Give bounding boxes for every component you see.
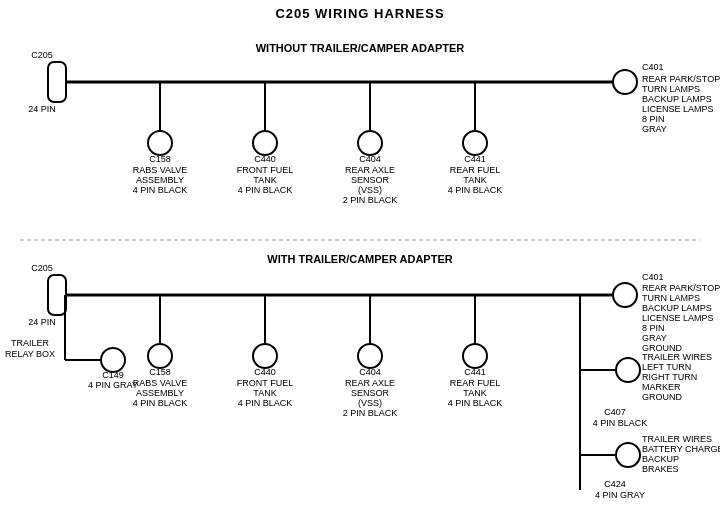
s2-c149-name: C149 xyxy=(102,370,124,380)
s1-c441-desc2: TANK xyxy=(463,175,486,185)
s2-trailer-relay-label: TRAILER xyxy=(11,338,50,348)
s1-c401-func2: TURN LAMPS xyxy=(642,84,700,94)
svg-point-17 xyxy=(613,283,637,307)
svg-point-22 xyxy=(616,443,640,467)
s2-c401-label: C401 xyxy=(642,272,664,282)
s2-c440-pins: 4 PIN BLACK xyxy=(238,398,293,408)
diagram-container: C205 WIRING HARNESS WITHOUT TRAILER/CAMP… xyxy=(0,0,720,517)
s1-c158-desc2: ASSEMBLY xyxy=(136,175,184,185)
s2-trailer-relay-label2: RELAY BOX xyxy=(5,349,55,359)
s2-c404-pins: 2 PIN BLACK xyxy=(343,408,398,418)
svg-point-20 xyxy=(616,358,640,382)
s2-c407-func2: LEFT TURN xyxy=(642,362,691,372)
s2-c441-name: C441 xyxy=(464,367,486,377)
wiring-diagram: WITHOUT TRAILER/CAMPER ADAPTER C205 24 P… xyxy=(0,0,720,517)
s2-c404-desc1: REAR AXLE xyxy=(345,378,395,388)
s2-c404-desc3: (VSS) xyxy=(358,398,382,408)
s1-c401-label: C401 xyxy=(642,62,664,72)
s2-c440-name: C440 xyxy=(254,367,276,377)
svg-rect-13 xyxy=(48,275,66,315)
s2-c407-pins: 4 PIN BLACK xyxy=(593,418,648,428)
s1-c205-pins: 24 PIN xyxy=(28,104,56,114)
s2-c404-name: C404 xyxy=(359,367,381,377)
s2-c401-func3: BACKUP LAMPS xyxy=(642,303,712,313)
s1-c401-func3: BACKUP LAMPS xyxy=(642,94,712,104)
s1-c404-desc2: SENSOR xyxy=(351,175,390,185)
s2-c407-func1: TRAILER WIRES xyxy=(642,352,712,362)
s2-c401-func4: LICENSE LAMPS xyxy=(642,313,714,323)
s2-c205-pins: 24 PIN xyxy=(28,317,56,327)
s1-c440-desc1: FRONT FUEL xyxy=(237,165,293,175)
svg-point-24 xyxy=(148,344,172,368)
section2-title: WITH TRAILER/CAMPER ADAPTER xyxy=(267,253,452,265)
s1-c404-pins: 2 PIN BLACK xyxy=(343,195,398,205)
svg-point-8 xyxy=(358,131,382,155)
s2-c407-func3: RIGHT TURN xyxy=(642,372,697,382)
svg-point-2 xyxy=(613,70,637,94)
svg-point-16 xyxy=(101,348,125,372)
s2-c441-desc1: REAR FUEL xyxy=(450,378,501,388)
s2-c158-desc1: RABS VALVE xyxy=(133,378,188,388)
s2-c401-func2: TURN LAMPS xyxy=(642,293,700,303)
s2-c424-func1: TRAILER WIRES xyxy=(642,434,712,444)
s2-c158-name: C158 xyxy=(149,367,171,377)
s1-c440-pins: 4 PIN BLACK xyxy=(238,185,293,195)
s1-c401-func4: LICENSE LAMPS xyxy=(642,104,714,114)
s2-c149-pins: 4 PIN GRAY xyxy=(88,380,138,390)
s1-c404-name: C404 xyxy=(359,154,381,164)
s1-c205-label: C205 xyxy=(31,50,53,60)
s1-c401-color: GRAY xyxy=(642,124,667,134)
s2-c424-pins: 4 PIN GRAY xyxy=(595,490,645,500)
section1-title: WITHOUT TRAILER/CAMPER ADAPTER xyxy=(256,42,465,54)
s2-c424-name: C424 xyxy=(604,479,626,489)
svg-point-6 xyxy=(253,131,277,155)
s1-c440-name: C440 xyxy=(254,154,276,164)
s2-c401-color: GRAY xyxy=(642,333,667,343)
s1-c401-pins: 8 PIN xyxy=(642,114,665,124)
svg-point-26 xyxy=(253,344,277,368)
s1-c441-desc1: REAR FUEL xyxy=(450,165,501,175)
s2-c401-pins: 8 PIN xyxy=(642,323,665,333)
s1-c158-name: C158 xyxy=(149,154,171,164)
s1-c401-func1: REAR PARK/STOP xyxy=(642,74,720,84)
s2-c440-desc2: TANK xyxy=(253,388,276,398)
s2-c158-desc2: ASSEMBLY xyxy=(136,388,184,398)
s2-c424-func3: BACKUP xyxy=(642,454,679,464)
s1-c158-pins: 4 PIN BLACK xyxy=(133,185,188,195)
svg-point-4 xyxy=(148,131,172,155)
s1-c441-pins: 4 PIN BLACK xyxy=(448,185,503,195)
svg-point-30 xyxy=(463,344,487,368)
svg-rect-1 xyxy=(48,62,66,102)
s2-c407-func5: GROUND xyxy=(642,392,682,402)
s2-c158-pins: 4 PIN BLACK xyxy=(133,398,188,408)
s2-c407-func4: MARKER xyxy=(642,382,681,392)
s2-c407-name: C407 xyxy=(604,407,626,417)
s2-c441-pins: 4 PIN BLACK xyxy=(448,398,503,408)
s2-c401-func1: REAR PARK/STOP xyxy=(642,283,720,293)
s1-c404-desc3: (VSS) xyxy=(358,185,382,195)
s2-c440-desc1: FRONT FUEL xyxy=(237,378,293,388)
s2-c404-desc2: SENSOR xyxy=(351,388,390,398)
s1-c404-desc1: REAR AXLE xyxy=(345,165,395,175)
s1-c158-desc1: RABS VALVE xyxy=(133,165,188,175)
s2-c205-label: C205 xyxy=(31,263,53,273)
svg-point-28 xyxy=(358,344,382,368)
s2-c424-func4: BRAKES xyxy=(642,464,679,474)
svg-point-10 xyxy=(463,131,487,155)
s2-c424-func2: BATTERY CHARGE xyxy=(642,444,720,454)
s1-c441-name: C441 xyxy=(464,154,486,164)
s1-c440-desc2: TANK xyxy=(253,175,276,185)
s2-c441-desc2: TANK xyxy=(463,388,486,398)
